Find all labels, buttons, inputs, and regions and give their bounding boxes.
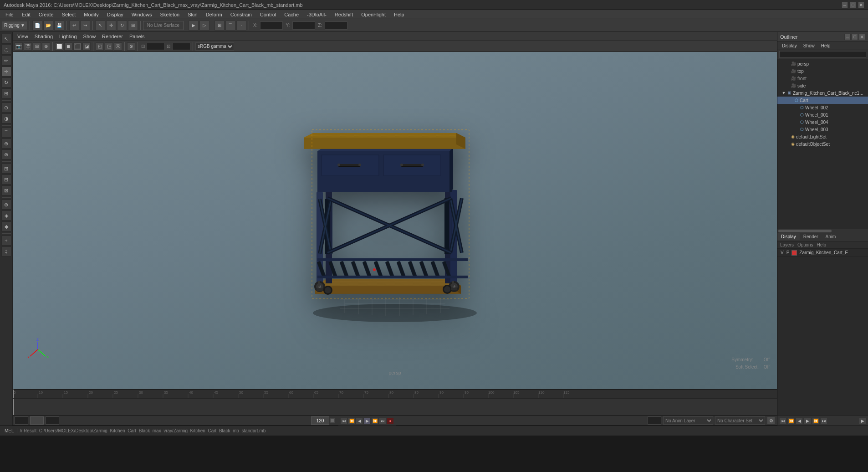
tab-anim[interactable]: Anim <box>822 233 840 240</box>
tree-item-cart-group[interactable]: ▼ ⊞ Zarmig_Kitchen_Cart_Black_nc1... <box>777 89 868 97</box>
viewport-menu-shading[interactable]: Shading <box>32 33 56 40</box>
tab-display[interactable]: Display <box>777 233 800 240</box>
tree-item-cart[interactable]: ⬡ Cart <box>777 97 868 104</box>
goto-end-button[interactable]: ⏭ <box>379 417 386 425</box>
vp-camera-button[interactable]: 📷 <box>15 42 23 51</box>
rigging-dropdown[interactable]: Rigging ▼ <box>2 21 27 30</box>
save-scene-button[interactable]: 💾 <box>54 21 64 31</box>
viewport-menu-panels[interactable]: Panels <box>127 33 148 40</box>
timeline-ruler[interactable]: 5 10 15 20 25 30 35 40 45 50 55 <box>13 390 777 399</box>
curve-tool[interactable]: ⌒ <box>1 128 11 138</box>
undo-button[interactable]: ↩ <box>69 21 79 31</box>
char-set-dropdown[interactable]: No Character Set <box>715 416 765 425</box>
rp-goto-end[interactable]: ⏭ <box>820 417 827 425</box>
layer-p-label[interactable]: P <box>785 250 791 255</box>
rp-step-fwd[interactable]: ⏩ <box>812 417 819 425</box>
vp-shading-light[interactable]: ◪ <box>82 42 91 51</box>
outliner-minimize-btn[interactable]: ─ <box>844 34 851 40</box>
multi-edit-tool[interactable]: ⊟ <box>1 174 11 185</box>
viewport-menu-renderer[interactable]: Renderer <box>99 33 126 40</box>
paint-tool[interactable]: ✏ <box>1 56 11 66</box>
move-tool[interactable]: ✛ <box>1 67 11 77</box>
blend-shapes-tool[interactable]: ◈ <box>1 210 11 221</box>
sculpt-tool[interactable]: ◑ <box>1 113 11 123</box>
timeline-track[interactable] <box>13 399 777 416</box>
vp-shading-smooth[interactable]: ◼ <box>64 42 72 51</box>
vp-expose-btn[interactable]: ⊗ <box>127 42 135 51</box>
skin-weights-tool[interactable]: ⊛ <box>1 200 11 210</box>
soft-mod-tool[interactable]: ⊙ <box>1 103 11 113</box>
attr-paint-tool[interactable]: ◆ <box>1 221 11 231</box>
snap-point-button[interactable]: · <box>236 21 246 31</box>
tree-item-side[interactable]: 🎥 side <box>777 82 868 89</box>
tree-item-default-light-set[interactable]: ◉ defaultLightSet <box>777 133 868 140</box>
layer-color-box[interactable] <box>791 250 797 256</box>
start-frame-input[interactable]: 1 <box>15 416 28 425</box>
scale-tool-button[interactable]: ⊞ <box>128 21 138 31</box>
rp-step-back[interactable]: ⏪ <box>787 417 795 425</box>
vp-grid-button[interactable]: ⊞ <box>33 42 41 51</box>
goto-start-button[interactable]: ⏮ <box>340 417 347 425</box>
menu-select[interactable]: Select <box>58 11 80 18</box>
outliner-search-input[interactable] <box>779 51 866 58</box>
ik-tool[interactable]: ⊗ <box>1 149 11 159</box>
outliner-menu-show[interactable]: Show <box>801 43 817 49</box>
end-frame-input[interactable]: 1 <box>46 416 59 425</box>
menu-3dtoall[interactable]: -3DtoAll- <box>303 11 330 18</box>
ipr-button[interactable]: ▷ <box>199 21 209 31</box>
viewport-menu-view[interactable]: View <box>15 33 31 40</box>
layer-name[interactable]: Zarmig_Kitchen_Cart_E <box>798 250 849 255</box>
vp-ao-btn[interactable]: ◲ <box>105 42 113 51</box>
viewport-menu-show[interactable]: Show <box>81 33 99 40</box>
cb-options-menu[interactable]: Options <box>797 242 813 247</box>
lasso-tool[interactable]: ◌ <box>1 45 11 55</box>
tab-render[interactable]: Render <box>800 233 822 240</box>
soft-select-tool[interactable]: ⊠ <box>1 185 11 195</box>
snap-grid-button[interactable]: ⊞ <box>214 21 225 31</box>
auto-key-button[interactable]: ● <box>387 417 394 425</box>
menu-skeleton[interactable]: Skeleton <box>156 11 183 18</box>
show-manipulator[interactable]: ⊞ <box>1 164 11 174</box>
tree-item-front[interactable]: 🎥 front <box>777 75 868 82</box>
current-frame-input[interactable]: 1 <box>30 416 44 425</box>
timeline-settings-button[interactable]: ⚙ <box>767 416 775 425</box>
menu-skin[interactable]: Skin <box>184 11 201 18</box>
rp-play-back[interactable]: ◀ <box>796 417 803 425</box>
mel-label[interactable]: MEL <box>2 428 17 433</box>
cb-layers-menu[interactable]: Layers <box>780 242 794 247</box>
menu-openflight[interactable]: OpenFlight <box>357 11 389 18</box>
vp-shadow-btn[interactable]: ◱ <box>96 42 104 51</box>
select-tool[interactable]: ↖ <box>1 34 11 44</box>
rp-goto-start[interactable]: ⏮ <box>779 417 786 425</box>
add-tool[interactable]: + <box>1 236 11 246</box>
play-button[interactable]: ▶ <box>363 417 371 425</box>
tree-item-wheel003[interactable]: ⬡ Wheel_003 <box>777 126 868 133</box>
layer-v-label[interactable]: V <box>779 250 785 255</box>
cb-help-menu[interactable]: Help <box>817 242 826 247</box>
anim-layer-dropdown[interactable]: No Anim Layer <box>663 416 713 425</box>
close-button[interactable]: ✕ <box>858 2 864 8</box>
outliner-menu-help[interactable]: Help <box>818 43 833 49</box>
vp-film-button[interactable]: 🎬 <box>24 42 32 51</box>
render-button[interactable]: ▶ <box>189 21 199 31</box>
outliner-menu-display[interactable]: Display <box>779 43 800 49</box>
menu-help[interactable]: Help <box>390 11 408 18</box>
outliner-float-btn[interactable]: □ <box>852 34 858 40</box>
tree-item-wheel002[interactable]: ⬡ Wheel_002 <box>777 104 868 111</box>
rotate-tool-button[interactable]: ↻ <box>117 21 127 31</box>
vp-exposure-input[interactable]: 0.00 <box>147 43 165 50</box>
outliner-scrollbar[interactable] <box>777 229 868 232</box>
tree-item-wheel004[interactable]: ⬡ Wheel_004 <box>777 118 868 126</box>
menu-cache[interactable]: Cache <box>281 11 302 18</box>
rp-play[interactable]: ▶ <box>804 417 811 425</box>
select-tool-button[interactable]: ↖ <box>95 21 105 31</box>
step-back-button[interactable]: ⏪ <box>348 417 355 425</box>
live-surface-button[interactable]: No Live Surface <box>143 21 184 30</box>
tree-item-wheel001[interactable]: ⬡ Wheel_001 <box>777 111 868 118</box>
menu-file[interactable]: File <box>2 11 17 18</box>
rp-right-scroll[interactable]: ▶ <box>859 417 866 425</box>
extra-tool-1[interactable]: ‡ <box>1 246 11 257</box>
move-tool-button[interactable]: ✛ <box>106 21 116 31</box>
vp-origin-button[interactable]: ⊕ <box>42 42 50 51</box>
z-field[interactable] <box>325 21 347 30</box>
